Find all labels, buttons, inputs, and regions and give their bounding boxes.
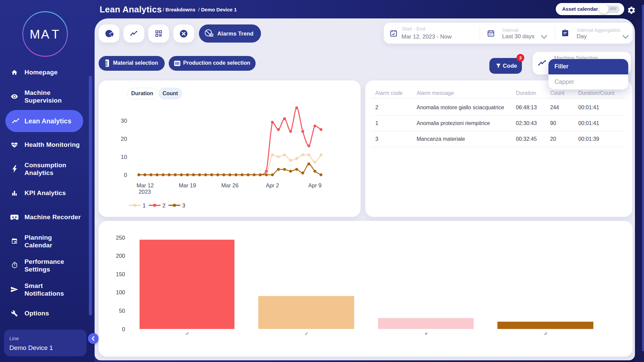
svg-text:Apr 2: Apr 2 [266, 182, 279, 188]
svg-text:200: 200 [116, 253, 125, 259]
svg-text:2: 2 [162, 202, 165, 209]
svg-text:Mar 26: Mar 26 [221, 182, 238, 188]
svg-text:30: 30 [121, 118, 127, 124]
svg-text:3: 3 [182, 202, 185, 209]
svg-text:250: 250 [116, 235, 125, 241]
svg-text:10: 10 [121, 154, 127, 160]
svg-text:0: 0 [122, 326, 125, 332]
svg-text:4: 4 [424, 331, 429, 336]
svg-text:0: 0 [124, 172, 127, 178]
svg-text:100: 100 [116, 289, 125, 295]
svg-text:2023: 2023 [139, 189, 151, 195]
svg-text:3: 3 [543, 331, 548, 336]
svg-text:20: 20 [121, 136, 127, 142]
svg-text:2: 2 [185, 331, 190, 336]
svg-text:Apr 9: Apr 9 [308, 182, 321, 188]
svg-text:Mar 19: Mar 19 [179, 182, 196, 188]
svg-text:50: 50 [119, 308, 125, 314]
svg-text:Mar 12: Mar 12 [137, 182, 154, 188]
svg-text:150: 150 [116, 271, 125, 277]
svg-text:1: 1 [304, 331, 309, 336]
svg-text:MAT: MAT [30, 27, 59, 41]
svg-text:1: 1 [143, 202, 146, 209]
